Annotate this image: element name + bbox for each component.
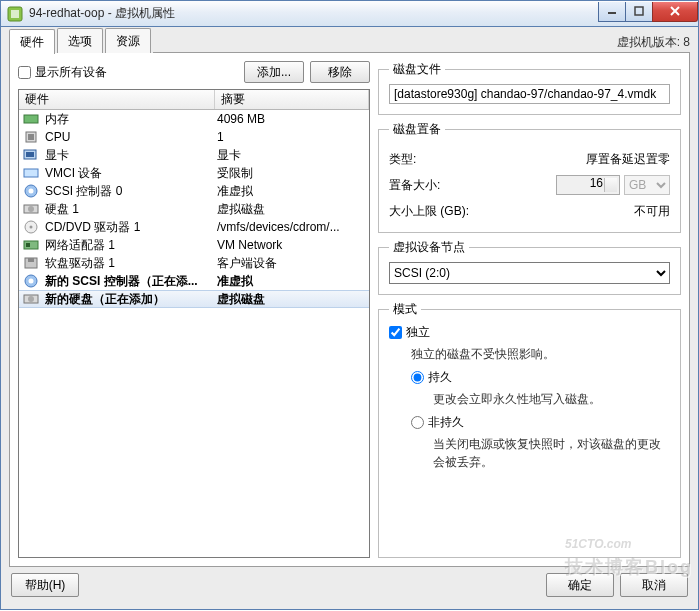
svg-rect-19 bbox=[26, 243, 30, 247]
virtual-device-node-group: 虚拟设备节点 SCSI (2:0) bbox=[378, 239, 681, 295]
content: 显示所有设备 添加... 移除 硬件 摘要 内存4096 MBCPU1显卡显卡V… bbox=[9, 53, 690, 567]
hardware-row[interactable]: 显卡显卡 bbox=[19, 146, 369, 164]
hardware-row[interactable]: 网络适配器 1VM Network bbox=[19, 236, 369, 254]
provision-size-label: 置备大小: bbox=[389, 177, 489, 194]
provision-type-label: 类型: bbox=[389, 151, 489, 168]
vm-version-label: 虚拟机版本: 8 bbox=[617, 34, 690, 51]
vmci-icon bbox=[23, 166, 39, 180]
help-button[interactable]: 帮助(H) bbox=[11, 573, 79, 597]
window-frame: 硬件 选项 资源 虚拟机版本: 8 显示所有设备 添加... 移除 硬件 摘要 … bbox=[0, 27, 699, 610]
provision-size-unit[interactable]: GB bbox=[624, 175, 670, 195]
hardware-table: 硬件 摘要 内存4096 MBCPU1显卡显卡VMCI 设备受限制SCSI 控制… bbox=[18, 89, 370, 558]
hardware-summary: 显卡 bbox=[217, 147, 369, 164]
hardware-summary: VM Network bbox=[217, 238, 369, 252]
window-title: 94-redhat-oop - 虚拟机属性 bbox=[29, 5, 599, 22]
floppy-icon bbox=[23, 256, 39, 270]
hardware-row[interactable]: 硬盘 1虚拟磁盘 bbox=[19, 200, 369, 218]
nonpersistent-radio[interactable]: 非持久 bbox=[411, 414, 670, 431]
col-summary[interactable]: 摘要 bbox=[215, 90, 369, 109]
titlebar: 94-redhat-oop - 虚拟机属性 bbox=[0, 0, 699, 27]
tab-hardware[interactable]: 硬件 bbox=[9, 29, 55, 54]
app-icon bbox=[7, 6, 23, 22]
hardware-table-header: 硬件 摘要 bbox=[19, 90, 369, 110]
persistent-radio-input[interactable] bbox=[411, 371, 424, 384]
hardware-row[interactable]: CPU1 bbox=[19, 128, 369, 146]
hardware-summary: 1 bbox=[217, 130, 369, 144]
svg-rect-21 bbox=[28, 258, 34, 262]
hardware-label: 硬盘 1 bbox=[45, 201, 217, 218]
memory-icon bbox=[23, 112, 39, 126]
dialog-buttons: 帮助(H) 确定 取消 bbox=[9, 567, 690, 603]
disk-provision-group: 磁盘置备 类型: 厚置备延迟置零 置备大小: 16 GB 大小上限 (GB): bbox=[378, 121, 681, 233]
hardware-row[interactable]: 新的 SCSI 控制器（正在添...准虚拟 bbox=[19, 272, 369, 290]
hardware-table-body: 内存4096 MBCPU1显卡显卡VMCI 设备受限制SCSI 控制器 0准虚拟… bbox=[19, 110, 369, 557]
hardware-summary: 准虚拟 bbox=[217, 273, 369, 290]
show-all-devices-checkbox[interactable]: 显示所有设备 bbox=[18, 64, 244, 81]
svg-rect-10 bbox=[26, 152, 34, 157]
provision-max-value: 不可用 bbox=[489, 203, 670, 220]
col-hardware[interactable]: 硬件 bbox=[19, 90, 215, 109]
nonpersistent-desc: 当关闭电源或恢复快照时，对该磁盘的更改会被丢弃。 bbox=[433, 435, 670, 471]
nic-icon bbox=[23, 238, 39, 252]
maximize-button[interactable] bbox=[625, 2, 653, 22]
minimize-button[interactable] bbox=[598, 2, 626, 22]
hardware-row[interactable]: 内存4096 MB bbox=[19, 110, 369, 128]
scsi-icon bbox=[23, 184, 39, 198]
independent-desc: 独立的磁盘不受快照影响。 bbox=[411, 345, 670, 363]
svg-rect-3 bbox=[635, 7, 643, 15]
hardware-row[interactable]: 软盘驱动器 1客户端设备 bbox=[19, 254, 369, 272]
hardware-label: VMCI 设备 bbox=[45, 165, 217, 182]
svg-point-17 bbox=[30, 226, 33, 229]
hardware-row[interactable]: VMCI 设备受限制 bbox=[19, 164, 369, 182]
hardware-summary: 4096 MB bbox=[217, 112, 369, 126]
persistent-radio[interactable]: 持久 bbox=[411, 369, 670, 386]
svg-point-23 bbox=[29, 279, 34, 284]
virtual-device-node-legend: 虚拟设备节点 bbox=[389, 239, 469, 256]
provision-size-input[interactable]: 16 bbox=[556, 175, 620, 195]
persistent-desc: 更改会立即永久性地写入磁盘。 bbox=[433, 390, 670, 408]
svg-point-15 bbox=[28, 206, 34, 212]
close-button[interactable] bbox=[652, 2, 698, 22]
nonpersistent-radio-input[interactable] bbox=[411, 416, 424, 429]
tab-options[interactable]: 选项 bbox=[57, 28, 103, 53]
video-icon bbox=[23, 148, 39, 162]
independent-checkbox-input[interactable] bbox=[389, 326, 402, 339]
hardware-label: CPU bbox=[45, 130, 217, 144]
provision-type-value: 厚置备延迟置零 bbox=[489, 151, 670, 168]
disk-file-legend: 磁盘文件 bbox=[389, 61, 445, 78]
independent-checkbox[interactable]: 独立 bbox=[389, 324, 670, 341]
svg-point-13 bbox=[29, 189, 34, 194]
hardware-row[interactable]: 新的硬盘（正在添加）虚拟磁盘 bbox=[19, 290, 369, 308]
left-column: 显示所有设备 添加... 移除 硬件 摘要 内存4096 MBCPU1显卡显卡V… bbox=[18, 61, 370, 558]
hardware-row[interactable]: SCSI 控制器 0准虚拟 bbox=[19, 182, 369, 200]
hardware-label: SCSI 控制器 0 bbox=[45, 183, 217, 200]
show-all-label: 显示所有设备 bbox=[35, 64, 107, 81]
cd-icon bbox=[23, 220, 39, 234]
mode-group: 模式 独立 独立的磁盘不受快照影响。 持久 更改会立即永久性地写入磁盘。 bbox=[378, 301, 681, 558]
svg-rect-6 bbox=[24, 115, 38, 123]
remove-button[interactable]: 移除 bbox=[310, 61, 370, 83]
svg-rect-8 bbox=[28, 134, 34, 140]
hardware-label: 软盘驱动器 1 bbox=[45, 255, 217, 272]
tabbar: 硬件 选项 资源 虚拟机版本: 8 bbox=[9, 31, 690, 53]
virtual-device-node-select[interactable]: SCSI (2:0) bbox=[389, 262, 670, 284]
hardware-label: CD/DVD 驱动器 1 bbox=[45, 219, 217, 236]
ok-button[interactable]: 确定 bbox=[546, 573, 614, 597]
hardware-row[interactable]: CD/DVD 驱动器 1/vmfs/devices/cdrom/... bbox=[19, 218, 369, 236]
svg-rect-1 bbox=[11, 10, 19, 18]
add-button[interactable]: 添加... bbox=[244, 61, 304, 83]
hardware-label: 网络适配器 1 bbox=[45, 237, 217, 254]
disk-icon bbox=[23, 202, 39, 216]
scsi-icon bbox=[23, 274, 39, 288]
tab-resources[interactable]: 资源 bbox=[105, 28, 151, 53]
show-all-checkbox-input[interactable] bbox=[18, 66, 31, 79]
mode-legend: 模式 bbox=[389, 301, 421, 318]
hardware-summary: 客户端设备 bbox=[217, 255, 369, 272]
provision-max-label: 大小上限 (GB): bbox=[389, 203, 489, 220]
cancel-button[interactable]: 取消 bbox=[620, 573, 688, 597]
hardware-summary: 受限制 bbox=[217, 165, 369, 182]
disk-icon bbox=[23, 292, 39, 306]
window-buttons bbox=[599, 2, 698, 22]
disk-file-path: [datastore930g] chandao-97/chandao-97_4.… bbox=[389, 84, 670, 104]
hardware-summary: 虚拟磁盘 bbox=[217, 201, 369, 218]
